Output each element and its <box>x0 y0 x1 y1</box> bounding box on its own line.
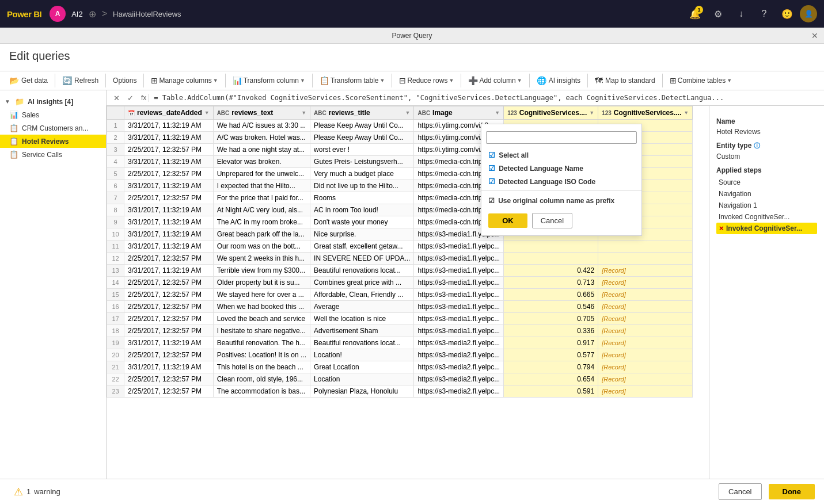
settings-button[interactable]: ⚙ <box>708 3 728 24</box>
sidebar-item-service-calls[interactable]: 📋 Service Calls <box>0 148 106 161</box>
step-invoked1[interactable]: Invoked CognitiveSer... <box>716 211 817 223</box>
row-number: 15 <box>107 289 124 301</box>
table-cell: IN SEVERE NEED OF UPDA... <box>310 253 414 265</box>
row-number: 8 <box>107 204 124 216</box>
breadcrumb-item: HawaiiHotelReviews <box>113 10 181 18</box>
col-filter-image[interactable]: ▼ <box>495 110 500 116</box>
step-navigation1[interactable]: Navigation 1 <box>716 200 817 211</box>
user-profile-avatar[interactable]: 👤 <box>800 5 817 22</box>
use-prefix-row[interactable]: ☑ Use original column name as prefix <box>481 193 641 208</box>
options-button[interactable]: Options <box>108 74 141 87</box>
table-cell: 0.577 <box>504 349 598 361</box>
table-cell: We spent 2 weeks in this h... <box>213 253 310 265</box>
formula-cancel-btn[interactable]: ✕ <box>110 91 123 104</box>
map-to-standard-button[interactable]: 🗺 Map to standard <box>590 74 660 87</box>
help-button[interactable]: ? <box>754 3 774 24</box>
table-cell: Terrible view from my $300... <box>213 265 310 277</box>
sidebar-group-ai-insights[interactable]: ▼ 📁 AI insights [4] <box>0 95 106 108</box>
table-cell: Average <box>310 301 414 313</box>
dropdown-search-input[interactable] <box>486 131 637 144</box>
row-number: 22 <box>107 373 124 385</box>
fx-label: fx <box>139 94 149 102</box>
col-filter-cog1[interactable]: ▼ <box>589 110 594 116</box>
done-button[interactable]: Done <box>769 484 815 499</box>
ai-insights-button[interactable]: 🌐 AI insights <box>532 74 585 87</box>
record-badge: [Record] <box>602 352 626 358</box>
add-column-button[interactable]: ➕ Add column ▼ <box>464 74 526 87</box>
table-cell <box>504 240 598 253</box>
table-cell: [Record] <box>598 277 693 289</box>
toolbar-sep-8 <box>529 74 530 87</box>
col-type-title: ABC <box>314 110 326 116</box>
step-source[interactable]: Source <box>716 177 817 188</box>
col-header-date[interactable]: 📅 reviews_dateAdded ▼ <box>124 106 214 120</box>
step-x-icon[interactable]: ✕ <box>719 225 724 232</box>
col-header-image[interactable]: ABC Image ▼ <box>414 106 504 120</box>
table-cell: AC in room Too loud! <box>310 204 414 216</box>
use-prefix-label: Use original column name as prefix <box>498 197 614 205</box>
notification-button[interactable]: 🔔 1 <box>685 3 705 24</box>
refresh-button[interactable]: 🔄 Refresh <box>58 74 103 87</box>
entity-type-info-icon: ⓘ <box>754 142 760 149</box>
toolbar-sep-2 <box>105 74 106 87</box>
col-header-cog1[interactable]: 123 CognitiveServices.... ▼ ☑ <box>504 106 598 120</box>
dropdown-ok-button[interactable]: OK <box>488 213 527 228</box>
bottom-cancel-button[interactable]: Cancel <box>719 483 761 500</box>
toolbar-sep-4 <box>225 74 226 87</box>
table-cell: 0.794 <box>504 361 598 373</box>
row-number: 13 <box>107 265 124 277</box>
sidebar-item-sales[interactable]: 📊 Sales <box>0 108 106 121</box>
manage-columns-caret: ▼ <box>213 78 218 83</box>
formula-input[interactable] <box>154 94 821 102</box>
transform-table-button[interactable]: 📋 Transform table ▼ <box>315 74 390 87</box>
dropdown-lang-iso[interactable]: ☑ Detected Language ISO Code <box>481 175 641 188</box>
formula-confirm-btn[interactable]: ✓ <box>124 91 136 104</box>
pq-rightpanel: Name Hotel Reviews Entity type ⓘ Custom … <box>709 106 824 479</box>
record-badge: [Record] <box>602 339 626 346</box>
dropdown-select-all[interactable]: ☑ Select all <box>481 148 641 162</box>
warning-area: ⚠ 1 warning <box>14 486 60 498</box>
download-button[interactable]: ↓ <box>731 3 751 24</box>
use-prefix-check: ☑ <box>488 197 495 205</box>
col-filter-title[interactable]: ▼ <box>405 110 411 116</box>
combine-tables-button[interactable]: ⊞ Combine tables ▼ <box>665 74 736 87</box>
col-filter-date[interactable]: ▼ <box>204 110 210 116</box>
step-inv1-label: Invoked CognitiveSer... <box>719 213 789 221</box>
table-row: 142/25/2017, 12:32:57 PMOlder property b… <box>107 277 693 289</box>
pq-grid-container[interactable]: 📅 reviews_dateAdded ▼ ABC reviews_text <box>107 106 709 479</box>
table-cell: Polynesian Plaza, Honolulu <box>310 385 414 398</box>
row-number: 10 <box>107 228 124 240</box>
col-filter-text[interactable]: ▼ <box>301 110 306 116</box>
rp-entity-label: Entity type ⓘ <box>716 142 817 150</box>
table-cell: [Record] <box>598 373 693 385</box>
row-num-header <box>107 106 124 120</box>
manage-columns-button[interactable]: ⊞ Manage columns ▼ <box>146 74 222 87</box>
step-invoked2[interactable]: ✕ Invoked CognitiveSer... <box>716 223 817 234</box>
col-name-cog2: CognitiveServices.... <box>614 109 681 117</box>
reduce-rows-icon: ⊟ <box>399 76 406 85</box>
step-navigation[interactable]: Navigation <box>716 188 817 200</box>
table-row: 122/25/2017, 12:32:57 PMWe spent 2 weeks… <box>107 253 693 265</box>
reduce-rows-button[interactable]: ⊟ Reduce rows ▼ <box>394 74 458 87</box>
col-header-cog2[interactable]: 123 CognitiveServices.... ▼ <box>598 106 693 120</box>
transform-table-label: Transform table <box>331 77 379 85</box>
pq-close-button[interactable]: ✕ <box>811 31 818 40</box>
table-cell: The accommodation is bas... <box>213 385 310 398</box>
transform-column-button[interactable]: 📊 Transform column ▼ <box>228 74 310 87</box>
col-header-title[interactable]: ABC reviews_title ▼ <box>310 106 414 120</box>
table-cell: 2/25/2017, 12:32:57 PM <box>124 313 214 325</box>
refresh-icon: 🔄 <box>62 76 72 85</box>
col-header-text[interactable]: ABC reviews_text ▼ <box>213 106 310 120</box>
pq-sidebar: ▼ 📁 AI insights [4] 📊 Sales 📋 CRM Custom… <box>0 90 107 479</box>
emoji-button[interactable]: 🙂 <box>777 3 798 24</box>
get-data-button[interactable]: 📂 Get data <box>5 74 52 87</box>
sidebar-item-hotel-reviews[interactable]: 📋 Hotel Reviews <box>0 135 106 148</box>
combine-label: Combine tables <box>678 77 726 85</box>
col-filter-cog2[interactable]: ▼ <box>683 110 689 116</box>
table-row: 193/31/2017, 11:32:19 AMBeautiful renova… <box>107 337 693 349</box>
dropdown-cancel-button[interactable]: Cancel <box>532 213 572 228</box>
table-cell: Our room was on the bott... <box>213 240 310 253</box>
topnav-right: 🔔 1 ⚙ ↓ ? 🙂 👤 <box>685 3 817 24</box>
dropdown-lang-name[interactable]: ☑ Detected Language Name <box>481 162 641 175</box>
sidebar-item-crm[interactable]: 📋 CRM Customers an... <box>0 121 106 135</box>
